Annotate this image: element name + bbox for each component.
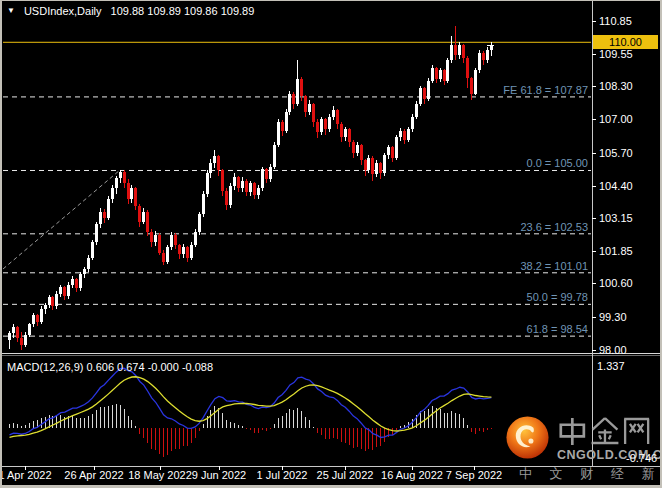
macd-hist-bar-down (349, 428, 350, 445)
candle-body (40, 309, 43, 322)
macd-hist-bar-up (222, 413, 223, 428)
candle-body (261, 169, 264, 188)
quote-ohlc-values: 109.88 109.89 109.86 109.89 (111, 5, 255, 17)
macd-hist-bar-up (104, 407, 105, 428)
macd-hist-bar-up (278, 418, 279, 428)
macd-hist-bar-down (491, 428, 492, 429)
macd-hist-bar-up (9, 424, 10, 428)
macd-hist-bar-up (100, 407, 101, 428)
candle-body (16, 327, 19, 339)
macd-hist-bar-down (475, 428, 476, 434)
macd-hist-bar-up (124, 409, 125, 428)
macd-hist-bar-down (163, 428, 164, 457)
candle-body (209, 163, 212, 173)
macd-hist-bar-down (143, 428, 144, 438)
candle-body (478, 53, 481, 71)
price-axis-label: 105.70 (599, 147, 633, 159)
macd-hist-bar-up (242, 426, 243, 428)
macd-hist-bar-up (293, 410, 294, 428)
price-axis-label: 103.15 (599, 212, 633, 224)
trendline (3, 170, 120, 269)
candle-body (166, 247, 169, 261)
macd-hist-bar-down (325, 428, 326, 439)
candle-body (375, 163, 378, 175)
macd-hist-bar-up (25, 425, 26, 428)
candle-body (229, 186, 232, 205)
candle-body (111, 188, 114, 198)
candle-body (288, 94, 291, 112)
candles-layer (8, 26, 493, 350)
macd-hist-bar-up (459, 414, 460, 428)
macd-hist-bar-up (444, 413, 445, 428)
candle-body (20, 338, 23, 344)
macd-hist-bar-down (246, 428, 247, 429)
price-axis[interactable]: 110.85109.55108.30107.00105.70104.40103.… (592, 0, 662, 466)
macd-hist-bar-up (301, 411, 302, 428)
candle-body (281, 122, 284, 131)
candle-body (206, 173, 209, 194)
macd-hist-bar-up (309, 420, 310, 428)
macd-hist-bar-down (337, 428, 338, 439)
price-axis-label: 104.40 (599, 180, 633, 192)
macd-hist-bar-down (333, 428, 334, 438)
fib-level-label: 23.6 = 102.53 (520, 221, 588, 233)
candle-body (233, 177, 236, 186)
macd-hist-bar-up (226, 420, 227, 428)
candle-body (237, 177, 240, 189)
macd-indicator-label: MACD(12,26,9) 0.606 0.674 -0.000 -0.088 (7, 361, 213, 373)
candle-body (83, 269, 86, 274)
candle-body (431, 68, 434, 81)
candle-body (273, 145, 276, 167)
macd-hist-bar-up (313, 427, 314, 428)
macd-hist-bar-up (128, 416, 129, 428)
macd-hist-bar-up (234, 423, 235, 428)
fib-level-label: 38.2 = 101.01 (520, 260, 588, 272)
candle-body (249, 183, 252, 192)
candle-body (245, 181, 248, 193)
candle-body (486, 50, 489, 60)
macd-hist-bar-down (195, 428, 196, 438)
chart-canvas[interactable] (0, 0, 662, 488)
macd-hist-bar-down (479, 428, 480, 431)
symbol-dropdown-icon[interactable]: ▼ (7, 5, 15, 17)
candle-body (63, 287, 66, 296)
candle-body (182, 247, 185, 253)
price-axis-label: 110.85 (599, 15, 632, 27)
price-axis-label: 109.55 (599, 48, 633, 60)
candle-body (36, 315, 39, 321)
candle-body (458, 45, 461, 55)
macd-hist-bar-up (29, 423, 30, 428)
candle-body (336, 110, 339, 124)
macd-hist-bar-up (289, 409, 290, 428)
candle-body (142, 212, 145, 222)
candle-body (67, 285, 70, 297)
candle-body (225, 191, 228, 205)
candle-body (174, 235, 177, 245)
macd-hist-bar-down (357, 428, 358, 447)
macd-hist-bar-down (191, 428, 192, 443)
candle-body (387, 147, 390, 155)
candle-body (253, 183, 256, 195)
candle-body (87, 258, 90, 270)
macd-hist-bar-down (179, 428, 180, 449)
candle-body (470, 78, 473, 93)
macd-hist-bar-up (108, 406, 109, 428)
candle-body (332, 110, 335, 116)
candle-body (162, 253, 165, 262)
candle-body (296, 79, 299, 103)
macd-hist-bar-up (467, 425, 468, 428)
macd-hist-bar-down (270, 428, 271, 429)
candle-body (352, 142, 355, 152)
candle-body (277, 122, 280, 145)
macd-hist-bar-down (353, 428, 354, 448)
price-axis-label: 101.85 (599, 245, 633, 257)
macd-hist-bar-up (56, 416, 57, 428)
candle-body (221, 170, 224, 191)
candle-body (24, 335, 27, 345)
candle-body (371, 158, 374, 175)
candle-body (419, 88, 422, 103)
candle-body (364, 160, 367, 170)
macd-hist-bar-down (368, 428, 369, 449)
time-axis[interactable]: 1 Apr 202226 Apr 202218 May 20229 Jun 20… (0, 467, 592, 483)
macd-hist-bar-up (230, 422, 231, 428)
